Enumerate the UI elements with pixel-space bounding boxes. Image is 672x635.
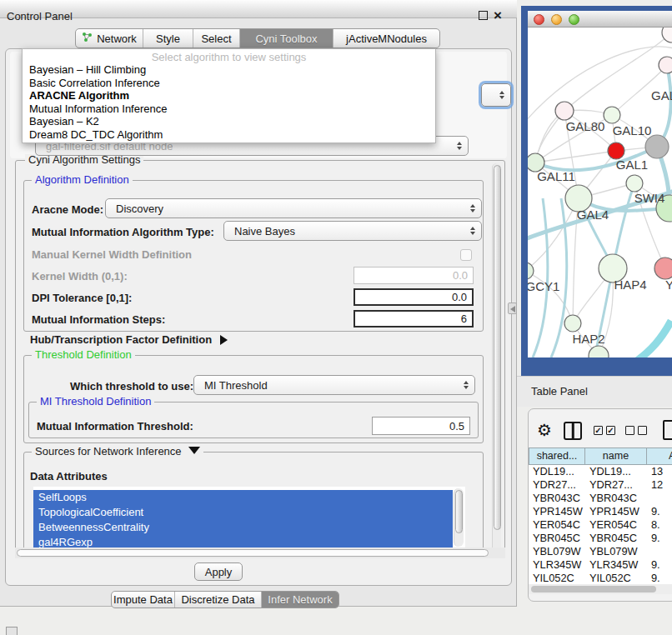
dropdown-item-aracne-algorithm[interactable]: ARACNE Algorithm <box>23 89 435 102</box>
aracne-mode-value: Discovery <box>116 202 163 215</box>
table-row[interactable]: YDR27...YDR27...12 <box>529 478 672 492</box>
attribute-list-scrollbar[interactable] <box>454 488 464 547</box>
attribute-item-gal4rgexp[interactable]: gal4RGexp <box>33 535 453 548</box>
node-label-gcy1: GCY1 <box>528 279 559 293</box>
aracne-mode-combo[interactable]: Discovery <box>105 198 482 218</box>
dropdown-item-dream8-dc-tdc-algorithm[interactable]: Dream8 DC_TDC Algorithm <box>23 128 435 142</box>
scrollbar-thumb[interactable] <box>494 165 501 530</box>
table-cell: YBR045C <box>585 532 647 545</box>
gear-icon[interactable]: ⚙ <box>537 420 552 440</box>
table-cell: YBL079W <box>585 545 647 558</box>
node-gal7[interactable] <box>659 57 672 73</box>
tab-select[interactable]: Select <box>193 29 239 48</box>
node-gray[interactable] <box>645 135 669 158</box>
table-row[interactable]: YIL052CYIL052C9. <box>529 572 672 584</box>
close-traffic-icon[interactable] <box>534 14 544 25</box>
table-row[interactable]: YER054CYER054C8. <box>529 518 672 532</box>
stepper-icon <box>499 91 504 99</box>
table-cell: YDL19... <box>529 465 585 478</box>
column-header-name[interactable]: name <box>585 448 647 465</box>
dock-panel-icon[interactable] <box>6 627 18 635</box>
attribute-item-topologicalcoefficient[interactable]: TopologicalCoefficient <box>33 505 453 520</box>
which-threshold-combo[interactable]: MI Threshold <box>193 375 475 395</box>
tab-label: Style <box>156 32 180 45</box>
scrollbar-thumb[interactable] <box>17 549 489 557</box>
apply-button[interactable]: Apply <box>194 562 243 581</box>
tab-impute-data[interactable]: Impute Data <box>112 592 174 608</box>
node-label-gal4: GAL4 <box>577 208 609 222</box>
table-row[interactable]: YBL079WYBL079W <box>529 545 672 558</box>
dropdown-item-mutual-information-inference[interactable]: Mutual Information Inference <box>23 102 435 116</box>
dropdown-item-bayesian-k2[interactable]: Bayesian – K2 <box>23 115 435 128</box>
node-gal80[interactable] <box>555 102 574 120</box>
tab-network[interactable]: Network <box>76 29 143 48</box>
mi-threshold-value: 0.5 <box>449 420 464 432</box>
columns-icon[interactable] <box>564 422 582 440</box>
unchecked-box-icon <box>625 426 634 435</box>
tab-cyni-toolbox[interactable]: Cyni Toolbox <box>239 29 333 48</box>
mi-threshold-field[interactable]: 0.5 <box>372 417 470 435</box>
select-all-columns-icon[interactable]: ✓ ✓ <box>594 426 615 435</box>
kernel-width-label: Kernel Width (0,1): <box>32 270 128 282</box>
sources-toggle[interactable]: Sources for Network Inference <box>32 446 203 458</box>
node-gal1[interactable] <box>608 142 624 159</box>
mi-steps-value: 6 <box>461 312 467 325</box>
node-gal10[interactable] <box>604 107 620 123</box>
panel-splitter-handle[interactable] <box>508 302 517 314</box>
manual-kernel-width-checkbox[interactable] <box>460 249 472 261</box>
mi-algorithm-type-combo[interactable]: Naive Bayes <box>223 221 482 241</box>
stepper-icon <box>464 381 469 389</box>
table-row[interactable]: YBR043CYBR043C <box>529 492 672 505</box>
dropdown-item-basic-correlation-inference[interactable]: Basic Correlation Inference <box>23 77 435 90</box>
stepper-icon <box>457 142 462 150</box>
chevron-right-icon <box>220 335 228 345</box>
mi-steps-field[interactable]: 6 <box>354 310 474 328</box>
table-cell: 8. <box>647 518 672 532</box>
settings-hscrollbar[interactable] <box>15 548 505 558</box>
tab-jactivemnodules[interactable]: jActiveMNodules <box>333 29 439 48</box>
dpi-tolerance-field[interactable]: 0.0 <box>354 288 474 306</box>
table-cell <box>647 492 672 505</box>
attribute-item-betweennesscentrality[interactable]: BetweennessCentrality <box>33 520 453 535</box>
table-cell: YDR27... <box>585 478 647 492</box>
scrollbar-thumb[interactable] <box>531 586 656 592</box>
document-icon[interactable] <box>663 420 672 440</box>
dropdown-item-bayesian-hill-climbing[interactable]: Bayesian – Hill Climbing <box>23 63 435 77</box>
table-hscrollbar[interactable] <box>529 584 672 594</box>
column-header-shared[interactable]: shared... <box>529 448 585 465</box>
deselect-all-columns-icon[interactable] <box>625 426 647 435</box>
stepper-icon <box>470 204 475 212</box>
table-cell: YBR045C <box>529 532 585 545</box>
minimize-traffic-icon[interactable] <box>551 14 562 25</box>
tab-infer-network[interactable]: Infer Network <box>261 592 339 608</box>
tab-discretize-data[interactable]: Discretize Data <box>174 592 261 608</box>
network-window-titlebar[interactable] <box>528 11 672 28</box>
table-cell: 9. <box>647 532 672 545</box>
cyni-bottom-tabs: Impute DataDiscretize DataInfer Network <box>111 591 339 608</box>
table-row[interactable]: YBR045CYBR045C9. <box>529 532 672 545</box>
attribute-item-selfloops[interactable]: SelfLoops <box>33 490 453 505</box>
close-icon[interactable]: × <box>494 8 502 24</box>
algorithm-combo-fragment[interactable] <box>481 83 511 107</box>
node-y[interactable] <box>654 258 672 279</box>
column-header-a[interactable]: A <box>647 448 672 465</box>
scrollbar-thumb[interactable] <box>455 490 463 533</box>
table-row[interactable]: YLR345WYLR345W9. <box>529 558 672 572</box>
table-row[interactable]: YPR145WYPR145W9. <box>529 505 672 518</box>
node-swi4[interactable] <box>626 175 643 192</box>
checked-box-icon: ✓ <box>594 426 603 435</box>
mi-algorithm-type-label: Mutual Information Algorithm Type: <box>32 226 214 238</box>
tab-label: Network <box>97 32 137 45</box>
table-cell: YDL19... <box>585 465 647 478</box>
data-attributes-list[interactable]: SelfLoopsTopologicalCoefficientBetweenne… <box>33 487 465 548</box>
table-row[interactable]: YDL19...YDL19...13 <box>529 465 672 478</box>
zoom-traffic-icon[interactable] <box>569 14 579 25</box>
kernel-width-field[interactable]: 0.0 <box>354 267 474 284</box>
dropdown-placeholder: Select algorithm to view settings <box>23 51 435 63</box>
hub-definition-toggle[interactable]: Hub/Transcription Factor Definition <box>30 333 228 346</box>
settings-scrollbar[interactable] <box>492 163 501 553</box>
node-hap2[interactable] <box>564 315 581 332</box>
tab-style[interactable]: Style <box>143 29 193 48</box>
float-window-icon[interactable] <box>479 11 488 20</box>
network-canvas[interactable]: GALGAL80GAL10GAL1GAL11SWI4GAL4GCY1HAP4YH… <box>528 28 672 358</box>
